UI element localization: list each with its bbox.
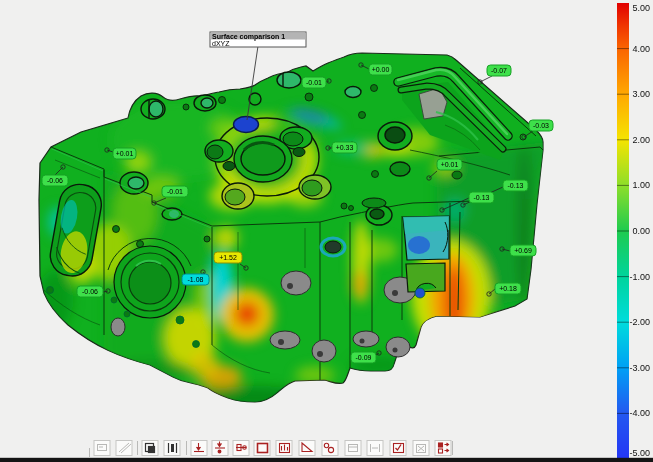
svg-text:-0.07: -0.07 <box>491 67 507 74</box>
svg-text:-2.00: -2.00 <box>629 317 650 327</box>
svg-text:-0.06: -0.06 <box>82 288 98 295</box>
svg-text:5.00: 5.00 <box>632 3 650 13</box>
svg-text:+0.01: +0.01 <box>116 150 134 157</box>
svg-text:-0.13: -0.13 <box>508 182 524 189</box>
svg-text:-3.00: -3.00 <box>629 363 650 373</box>
svg-text:+0.33: +0.33 <box>336 144 354 151</box>
svg-text:+0.18: +0.18 <box>499 285 517 292</box>
svg-text:-0.03: -0.03 <box>533 122 549 129</box>
svg-text:+1.52: +1.52 <box>219 254 237 261</box>
svg-text:dXYZ: dXYZ <box>212 40 230 47</box>
svg-text:+0.69: +0.69 <box>514 247 532 254</box>
svg-text:1.00: 1.00 <box>632 180 650 190</box>
svg-text:-0.13: -0.13 <box>474 194 490 201</box>
svg-text:0.00: 0.00 <box>632 226 650 236</box>
svg-text:-1.00: -1.00 <box>629 272 650 282</box>
svg-text:+0.00: +0.00 <box>372 66 390 73</box>
svg-text:+0.01: +0.01 <box>441 161 459 168</box>
svg-text:-0.01: -0.01 <box>306 79 322 86</box>
svg-text:-4.00: -4.00 <box>629 408 650 418</box>
svg-text:-0.01: -0.01 <box>167 188 183 195</box>
svg-text:2.00: 2.00 <box>632 135 650 145</box>
svg-text:-1.08: -1.08 <box>188 276 204 283</box>
svg-text:-5.00: -5.00 <box>629 448 650 458</box>
svg-text:4.00: 4.00 <box>632 44 650 54</box>
svg-text:-0.06: -0.06 <box>47 177 63 184</box>
svg-text:3.00: 3.00 <box>632 89 650 99</box>
svg-text:-0.09: -0.09 <box>356 354 372 361</box>
